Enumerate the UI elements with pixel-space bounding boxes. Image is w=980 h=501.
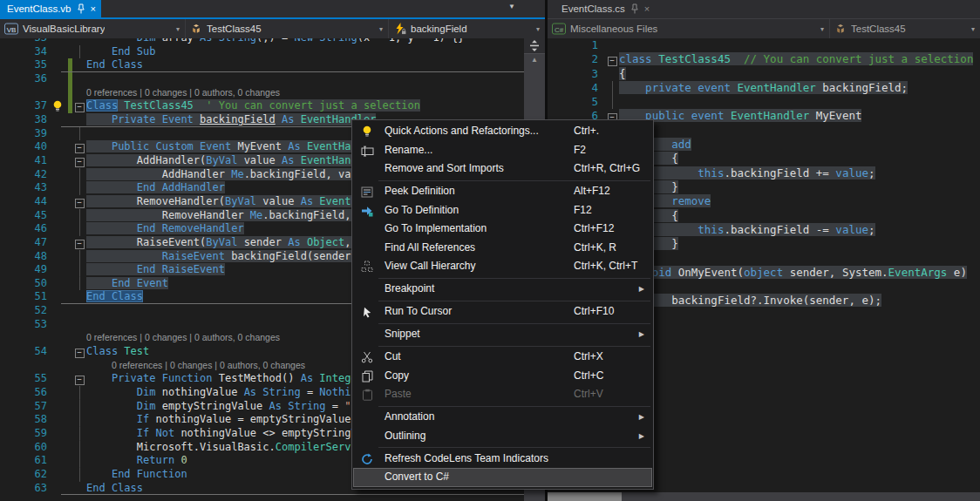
fold-collapse-box[interactable]: − (605, 52, 619, 66)
menu-item-convert-to-c[interactable]: Convert to C# (353, 468, 652, 487)
menu-item-shortcut: F12 (574, 201, 592, 220)
menu-item-remove-and-sort-imports[interactable]: Remove and Sort ImportsCtrl+R, Ctrl+G (353, 159, 652, 179)
fold-margin (72, 277, 86, 291)
code-text: End Sub (86, 45, 524, 59)
code-line[interactable]: 4 private event EventHandler backingFiel… (548, 81, 980, 95)
code-line[interactable]: 33 Dim array As String(,) = New String(x… (0, 38, 524, 45)
code-line[interactable]: 5 (548, 95, 980, 109)
code-text: { (619, 209, 980, 223)
split-editor-handle-icon[interactable] (524, 38, 545, 54)
menu-item-cut[interactable]: CutCtrl+X (353, 348, 652, 367)
fold-collapse-box[interactable]: − (72, 372, 86, 386)
scroll-up-arrow-icon[interactable]: ▲ (524, 54, 545, 66)
line-number: 63 (24, 482, 50, 496)
menu-item-label: Peek Definition (385, 185, 455, 197)
member-dropdown[interactable]: backingField ▾ (389, 19, 545, 38)
fold-collapse-box[interactable]: − (72, 140, 86, 154)
codelens-indicator[interactable]: 0 references | 0 changes | 0 authors, 0 … (0, 86, 524, 100)
line-number: 44 (24, 195, 50, 209)
right-editor-horizontal-scrollbar[interactable] (548, 492, 980, 501)
tab-eventclass-vb[interactable]: EventClass.vb × (0, 0, 101, 17)
code-text: Class TestClass45 ' You can convert just… (86, 99, 524, 113)
line-number: 56 (24, 386, 50, 400)
code-line[interactable]: 34 End Sub (0, 45, 524, 59)
menu-item-outlining[interactable]: Outlining▶ (353, 427, 652, 446)
chevron-down-icon: ▾ (964, 25, 975, 33)
fold-margin (72, 38, 86, 45)
line-number: 36 (24, 72, 50, 86)
fold-margin (72, 290, 86, 304)
type-dropdown-label: TestClass45 (207, 24, 262, 34)
menu-item-quick-actions-and-refactorings[interactable]: Quick Actions and Refactorings...Ctrl+. (353, 122, 652, 141)
code-text: backingField?.Invoke(sender, e); (619, 294, 980, 308)
menu-item-label: Quick Actions and Refactorings... (385, 125, 539, 137)
glyph-margin (50, 413, 68, 427)
code-line[interactable]: 2−class TestClass45 // You can convert j… (548, 52, 980, 66)
lightbulb-icon[interactable] (50, 99, 68, 113)
codelens-text[interactable]: 0 references | 0 changes | 0 authors, 0 … (86, 86, 524, 100)
chevron-down-icon: ▾ (529, 25, 540, 33)
code-line[interactable]: 35End Class (0, 58, 524, 72)
fold-collapse-box[interactable]: − (72, 345, 86, 359)
fold-margin (72, 454, 86, 468)
line-number: 34 (24, 45, 50, 59)
menu-item-peek-definition[interactable]: Peek DefinitionAlt+F12 (353, 182, 652, 201)
glyph-margin (50, 359, 68, 373)
fold-collapse-box[interactable]: − (72, 99, 86, 113)
glyph-margin (50, 236, 68, 250)
procedure-separator (61, 494, 524, 495)
menu-item-paste[interactable]: PasteCtrl+V (353, 385, 652, 404)
pin-icon[interactable] (77, 3, 85, 14)
project-dropdown[interactable]: VB VisualBasicLibrary ▾ (0, 19, 186, 38)
menu-item-copy[interactable]: CopyCtrl+C (353, 367, 652, 386)
menu-item-find-all-references[interactable]: Find All ReferencesCtrl+K, R (353, 239, 652, 258)
menu-item-snippet[interactable]: Snippet▶ (353, 325, 652, 344)
code-line[interactable]: 37−Class TestClass45 ' You can convert j… (0, 99, 524, 113)
code-text: add (619, 138, 980, 152)
menu-item-run-to-cursor[interactable]: Run To CursorCtrl+F10 (353, 302, 652, 322)
fold-margin (72, 441, 86, 455)
event-icon (393, 23, 406, 35)
pin-icon[interactable] (630, 3, 639, 14)
code-line[interactable]: 36 (0, 72, 524, 86)
code-text: } (619, 237, 980, 251)
menu-item-breakpoint[interactable]: Breakpoint▶ (353, 280, 652, 299)
project-dropdown[interactable]: C# Miscellaneous Files ▾ (548, 19, 830, 38)
menu-item-rename[interactable]: Rename...F2 (353, 141, 652, 160)
tab-eventclass-cs[interactable]: EventClass.cs × (555, 0, 655, 17)
glyph-margin (50, 58, 68, 72)
line-number: 40 (24, 140, 50, 154)
scrollbar-thumb[interactable] (548, 492, 622, 501)
menu-item-label: Snippet (385, 328, 420, 340)
left-tab-row: EventClass.vb × ▼ (0, 0, 545, 19)
type-dropdown[interactable]: TestClass45 ▾ (830, 19, 980, 38)
code-text (619, 38, 980, 52)
close-icon[interactable]: × (91, 3, 96, 14)
type-dropdown[interactable]: TestClass45 ▾ (186, 19, 389, 38)
glyph-margin (50, 86, 68, 100)
code-text: { (619, 124, 980, 138)
fold-collapse-box[interactable]: − (72, 236, 86, 250)
tab-overflow-chevron-icon[interactable]: ▼ (508, 3, 515, 10)
line-number: 35 (24, 58, 50, 72)
menu-item-go-to-definition[interactable]: Go To DefinitionF12 (353, 201, 652, 220)
code-text: public event EventHandler MyEvent (619, 109, 980, 123)
code-text: { (619, 280, 980, 294)
menu-item-shortcut: F2 (574, 141, 586, 160)
menu-item-label: Convert to C# (385, 471, 449, 483)
fold-margin (72, 413, 86, 427)
menu-item-view-call-hierarchy[interactable]: View Call HierarchyCtrl+K, Ctrl+T (353, 257, 652, 276)
line-number: 45 (24, 209, 50, 223)
glyph-margin (50, 140, 68, 154)
close-icon[interactable]: × (644, 3, 650, 14)
code-text: this.backingField += value; (619, 166, 980, 180)
menu-item-refresh-codelens-team-indicators[interactable]: Refresh CodeLens Team Indicators (353, 450, 652, 469)
menu-item-annotation[interactable]: Annotation▶ (353, 408, 652, 427)
code-line[interactable]: 1 (548, 38, 980, 52)
glyph-margin (50, 72, 68, 86)
line-number: 57 (24, 400, 50, 414)
code-line[interactable]: 3{ (548, 67, 980, 81)
menu-item-go-to-implementation[interactable]: Go To ImplementationCtrl+F12 (353, 220, 652, 239)
fold-collapse-box[interactable]: − (72, 154, 86, 168)
fold-collapse-box[interactable]: − (72, 195, 86, 209)
